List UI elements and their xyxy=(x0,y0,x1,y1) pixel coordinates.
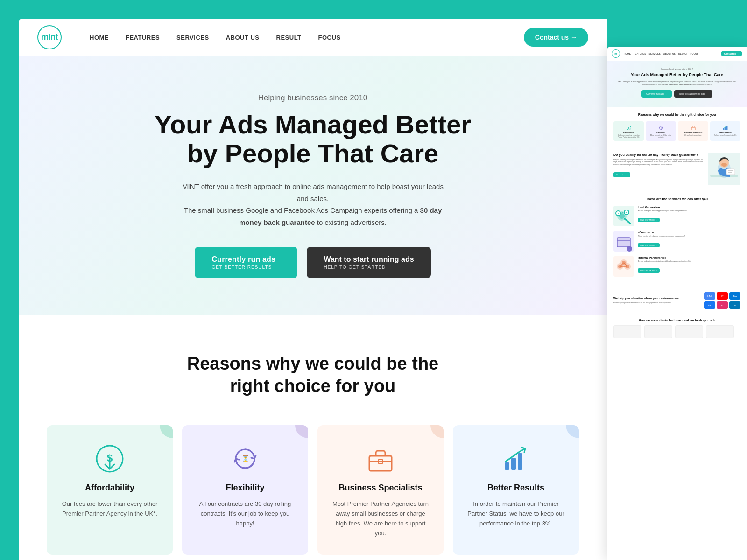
svg-text:⟳: ⟳ xyxy=(660,127,662,129)
affordability-icon: $ xyxy=(95,444,125,474)
nav-services[interactable]: SERVICES xyxy=(176,34,209,41)
nav-focus[interactable]: FOCUS xyxy=(318,34,341,41)
svg-rect-15 xyxy=(691,127,695,130)
card-title-business: Business Specialists xyxy=(338,483,422,493)
hero-description: MINT offer you a fresh approach to onlin… xyxy=(182,181,444,228)
reasons-title: Reasons why we could be the right choice… xyxy=(182,353,444,397)
preview-reasons: Reasons why we could be the right choice… xyxy=(607,107,747,147)
preview-hero: Helping businesses since 2010 Your Ads M… xyxy=(607,61,747,107)
results-icon xyxy=(501,444,531,474)
svg-text:$: $ xyxy=(628,127,629,129)
card-affordability: $ Affordability Our fees are lower than … xyxy=(47,425,173,555)
nav-result[interactable]: RESULT xyxy=(276,34,302,41)
preview-guarantee-image xyxy=(708,153,740,185)
svg-text:⏳: ⏳ xyxy=(241,455,250,463)
contact-button[interactable]: Contact us → xyxy=(524,28,588,47)
svg-text:→: → xyxy=(628,247,631,251)
card-results: Better Results In order to maintain our … xyxy=(453,425,579,555)
current-ads-button[interactable]: Currently run ads GET BETTER RESULTS xyxy=(195,247,297,278)
svg-rect-18 xyxy=(726,126,728,130)
nav-links: HOME FEATURES SERVICES ABOUT US RESULT F… xyxy=(90,33,524,42)
svg-point-23 xyxy=(721,163,727,167)
nav-features[interactable]: FEATURES xyxy=(126,34,160,41)
hero-subheading: Helping businesses since 2010 xyxy=(258,93,367,103)
card-title-flexibility: Flexibility xyxy=(226,483,264,493)
navbar: mint HOME FEATURES SERVICES ABOUT US RES… xyxy=(19,19,607,56)
page-wrapper: mint HOME FEATURES SERVICES ABOUT US RES… xyxy=(0,19,747,560)
preview-panel: m HOME FEATURES SERVICES ABOUT US RESULT… xyxy=(607,47,747,560)
preview-contact-btn: Contact us → xyxy=(721,51,742,56)
business-icon xyxy=(366,444,395,474)
hero-title: Your Ads Managed Better by People That C… xyxy=(154,110,472,168)
logo-wrap[interactable]: mint xyxy=(37,25,62,49)
start-ads-button[interactable]: Want to start running ads HELP TO GET ST… xyxy=(307,247,430,278)
hero-section: Helping businesses since 2010 Your Ads M… xyxy=(19,56,607,315)
flexibility-icon: ⏳ xyxy=(230,444,260,474)
svg-rect-9 xyxy=(511,458,516,470)
card-title-results: Better Results xyxy=(487,483,544,493)
cards-grid: $ Affordability Our fees are lower than … xyxy=(47,425,579,555)
reasons-section: Reasons why we could be the right choice… xyxy=(19,315,607,560)
preview-navbar: m HOME FEATURES SERVICES ABOUT US RESULT… xyxy=(607,47,747,61)
preview-services: These are the services we can offer you … xyxy=(607,191,747,287)
svg-rect-8 xyxy=(505,462,509,470)
card-business: Business Specialists Most Premier Partne… xyxy=(317,425,444,555)
preview-platform: We help you advertise where your custome… xyxy=(607,287,747,314)
svg-rect-10 xyxy=(518,453,522,470)
card-flexibility: ⏳ Flexibility All our contracts are 30 d… xyxy=(182,425,308,555)
preview-nav-links: HOME FEATURES SERVICES ABOUT US RESULT F… xyxy=(624,52,698,55)
preview-logo: m xyxy=(612,49,620,58)
svg-rect-16 xyxy=(723,128,725,130)
svg-rect-35 xyxy=(617,238,630,247)
nav-about[interactable]: ABOUT US xyxy=(226,34,260,41)
card-title-affordability: Affordability xyxy=(85,483,134,493)
main-site: mint HOME FEATURES SERVICES ABOUT US RES… xyxy=(19,19,607,560)
hero-buttons: Currently run ads GET BETTER RESULTS Wan… xyxy=(195,247,430,278)
logo[interactable]: mint xyxy=(37,25,62,49)
card-desc-affordability: Our fees are lower than every other Prem… xyxy=(60,499,160,519)
preview-guarantee: Do you qualify for our 30 day money back… xyxy=(607,147,747,191)
svg-rect-24 xyxy=(726,169,735,175)
nav-home[interactable]: HOME xyxy=(90,34,109,41)
card-desc-flexibility: All our contracts are 30 day rolling con… xyxy=(195,499,295,528)
preview-clients: Here are some clients that have loved ou… xyxy=(607,314,747,343)
card-desc-business: Most Premier Partner Agencies turn away … xyxy=(331,499,430,538)
svg-rect-17 xyxy=(725,127,726,130)
card-desc-results: In order to maintain our Premier Partner… xyxy=(466,499,566,528)
